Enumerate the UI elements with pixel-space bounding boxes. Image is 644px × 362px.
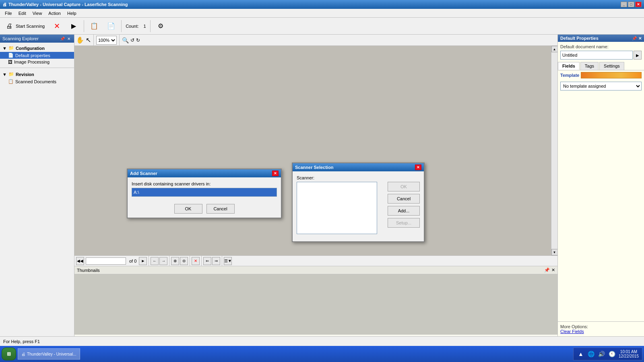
configuration-label: Configuration: [16, 46, 45, 51]
zoom-in-icon[interactable]: 🔍: [122, 37, 129, 43]
clear-fields-link[interactable]: Clear Fields: [560, 329, 584, 334]
tray-volume-icon[interactable]: 🔊: [598, 350, 606, 358]
start-button[interactable]: ⊞: [2, 348, 16, 360]
menu-view[interactable]: View: [29, 10, 45, 16]
scanner-list[interactable]: [297, 182, 377, 234]
right-panel-pin-icon[interactable]: 📌: [632, 36, 637, 41]
scanner-label: Scanner:: [297, 175, 420, 180]
scanning-explorer-title: Scanning Explorer: [2, 36, 39, 41]
doc-name-input[interactable]: [560, 51, 633, 60]
settings-button[interactable]: ⚙: [153, 19, 168, 33]
nav-back-button[interactable]: ←: [151, 257, 159, 265]
thumbnails-pin-icon[interactable]: 📌: [544, 267, 550, 273]
nav-separator-4: [201, 255, 202, 267]
add-scanner-cancel-button[interactable]: Cancel: [206, 204, 235, 214]
scanned-documents-label: Scanned Documents: [15, 79, 56, 84]
redo-icon[interactable]: ↻: [136, 37, 140, 43]
cancel-icon: ✕: [52, 21, 62, 31]
main-view-area: Scanner Selection ✕ Scanner: OK Cancel A…: [74, 46, 551, 255]
menu-action[interactable]: Action: [45, 10, 64, 16]
scanner-dialog-close[interactable]: ✕: [415, 165, 421, 170]
menu-edit[interactable]: Edit: [15, 10, 29, 16]
vertical-scrollbar[interactable]: ▲ ▼: [551, 46, 557, 255]
right-panel: Default Properties 📌 ✕ Default document …: [557, 35, 644, 336]
hand-tool-icon[interactable]: ✋: [76, 36, 84, 44]
menu-bar: File Edit View Action Help: [0, 9, 644, 18]
add-scanner-close[interactable]: ✕: [272, 171, 279, 176]
tab-fields[interactable]: Fields: [558, 62, 580, 70]
bottom-toolbar: ◀◀ of 0 ► ← → ⊕ ⊖ ✕ ⇐ ⇒ ☰▼: [74, 255, 557, 266]
tab-settings[interactable]: Settings: [599, 62, 624, 70]
scanner-buttons: OK Cancel Add... Setup...: [388, 182, 420, 228]
menu-help[interactable]: Help: [64, 10, 80, 16]
tabs-row: Fields Tags Settings: [558, 62, 644, 70]
menu-file[interactable]: File: [2, 10, 15, 16]
clock-date: 12/22/2015: [619, 354, 639, 358]
add-scanner-ok-button[interactable]: OK: [174, 204, 202, 214]
page-down-button[interactable]: 📋: [87, 19, 102, 33]
scanner-ok-button[interactable]: OK: [388, 182, 420, 191]
more-options-label: More Options:: [560, 324, 642, 329]
move-right-button[interactable]: ⇒: [212, 257, 220, 265]
close-button[interactable]: ✕: [635, 2, 642, 7]
nav-next-button[interactable]: ►: [139, 257, 147, 265]
insert-button[interactable]: ⊕: [171, 257, 179, 265]
taskbar-app-item[interactable]: 🖨 ThunderValley - Universal...: [18, 348, 80, 360]
zoom-select[interactable]: 100% 50% 75% 125% 150% 200%: [96, 36, 117, 45]
delete-button[interactable]: ✕: [192, 257, 200, 265]
expand-icon: ▼: [2, 46, 7, 51]
count-label: Count:: [126, 24, 138, 29]
system-tray: ▲ 🌐 🔊 🕙 10:01 AM 12/22/2015: [573, 348, 642, 360]
windows-logo: ⊞: [7, 351, 11, 357]
toolbar-separator-3: [150, 20, 151, 32]
right-panel-close-icon[interactable]: ✕: [638, 36, 642, 41]
extract-button[interactable]: ⊖: [180, 257, 188, 265]
undo-icon[interactable]: ↺: [130, 37, 134, 43]
maximize-button[interactable]: □: [628, 2, 634, 7]
insert-disk-label: Insert disk containing scanner drivers i…: [132, 181, 277, 186]
forward-button[interactable]: ▶: [66, 19, 81, 33]
start-scanning-button[interactable]: 🖨 Start Scanning: [2, 19, 47, 33]
close-panel-icon[interactable]: ✕: [66, 36, 72, 41]
disk-path-input[interactable]: [132, 188, 277, 197]
tab-tags[interactable]: Tags: [580, 62, 599, 70]
status-message: For Help, press F1: [3, 339, 40, 344]
thumbnails-close-icon[interactable]: ✕: [551, 267, 555, 273]
nav-fwd-button[interactable]: →: [159, 257, 167, 265]
panel-divider: [0, 68, 74, 68]
page-up-button[interactable]: 📄: [103, 19, 119, 33]
tree-item-image-processing[interactable]: 🖼 Image Processing: [0, 59, 74, 65]
revision-header[interactable]: ▼ 📁 Revision: [0, 70, 74, 78]
template-select[interactable]: No template assigned: [560, 82, 642, 90]
configuration-header[interactable]: ▼ 📁 Configuration: [0, 44, 74, 52]
tree-item-scanned-documents[interactable]: 📋 Scanned Documents: [0, 78, 74, 85]
taskbar-app-icon: 🖨: [21, 352, 25, 356]
cancel-scan-button[interactable]: ✕: [49, 19, 64, 33]
add-scanner-dialog-title: Add Scanner: [130, 171, 157, 176]
nav-separator-1: [149, 255, 149, 267]
tray-icon-1[interactable]: ▲: [577, 350, 585, 358]
app-icon: 🖨: [2, 2, 7, 7]
move-left-button[interactable]: ⇐: [203, 257, 211, 265]
pointer-tool-icon[interactable]: ↖: [86, 36, 91, 44]
scanner-setup-button[interactable]: Setup...: [388, 218, 420, 228]
scroll-up-button[interactable]: ▲: [551, 46, 558, 52]
tray-clock-icon: 🕙: [608, 350, 616, 358]
tree-item-default-properties[interactable]: 📄 Default properties: [0, 52, 74, 59]
title-bar: 🖨 ThunderValley - Universal Capture - La…: [0, 0, 644, 9]
scanner-add-button[interactable]: Add...: [388, 206, 420, 216]
scanner-cancel-button[interactable]: Cancel: [388, 194, 420, 204]
clock-time: 10:01 AM: [620, 350, 637, 354]
pin-icon[interactable]: 📌: [60, 36, 65, 41]
scroll-down-button[interactable]: ▼: [551, 249, 558, 255]
page-slider[interactable]: [86, 257, 126, 265]
view-options-button[interactable]: ☰▼: [224, 257, 232, 265]
thumbnails-header: Thumbnails 📌 ✕: [74, 266, 557, 274]
minimize-button[interactable]: _: [621, 2, 627, 7]
nav-first-button[interactable]: ◀◀: [76, 257, 84, 265]
toolbar-separator-2: [121, 20, 122, 32]
doc-name-arrow-button[interactable]: ▶: [634, 51, 642, 60]
doc-name-row: ▶: [560, 51, 642, 60]
scanner-content-area: OK Cancel Add... Setup...: [297, 182, 420, 234]
tray-network-icon[interactable]: 🌐: [587, 350, 595, 358]
